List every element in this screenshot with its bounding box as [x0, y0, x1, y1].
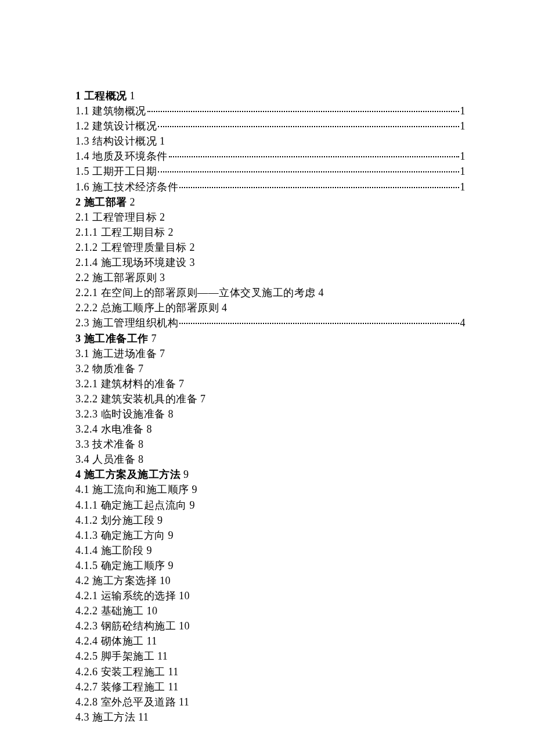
- toc-entry-page: 1: [460, 164, 466, 179]
- toc-entry-page: 10: [147, 605, 158, 617]
- toc-entry-left: 4.2.5 脚手架施工 11: [75, 649, 168, 664]
- toc-entry: 1.2 建筑设计概况1: [75, 118, 466, 134]
- toc-entry-title: 施工现场环境建设: [101, 257, 187, 268]
- toc-entry: 2.2.2 总施工顺序上的部署原则 4: [75, 300, 466, 315]
- toc-entry-page: 3: [160, 272, 165, 283]
- toc-entry-number: 2.1.1: [75, 226, 101, 238]
- toc-leader-dots: [147, 111, 459, 112]
- toc-entry-left: 4.1.1 确定施工起点流向 9: [75, 498, 195, 513]
- toc-entry: 4.2.6 安装工程施工 11: [75, 664, 466, 679]
- toc-entry-left: 3.3 技术准备 8: [75, 437, 144, 452]
- toc-entry-left: 2.1.2 工程管理质量目标 2: [75, 240, 195, 255]
- toc-entry-page: 2: [160, 211, 165, 223]
- toc-entry-number: 3.2.3: [75, 408, 101, 420]
- toc-entry-number: 4.2.5: [75, 650, 101, 662]
- toc-entry-left: 2.2 施工部署原则 3: [75, 270, 165, 285]
- toc-entry-page: 7: [200, 393, 206, 405]
- toc-entry-title: 确定施工方向: [101, 530, 165, 541]
- toc-entry-page: 4: [319, 287, 324, 298]
- toc-entry-title: 水电准备: [101, 423, 144, 435]
- toc-entry-left: 1.6 施工技术经济条件: [75, 179, 178, 195]
- toc-entry-page: 11: [168, 666, 179, 678]
- toc-leader-dots: [179, 187, 459, 188]
- toc-entry-number: 4.2.8: [75, 696, 101, 708]
- toc-entry-page: 7: [151, 333, 157, 344]
- toc-entry-number: 1.2: [75, 120, 92, 132]
- toc-entry: 1 工程概况 1: [75, 88, 466, 103]
- toc-entry-title: 钢筋砼结构施工: [101, 620, 176, 632]
- toc-entry-number: 3.2.2: [75, 393, 101, 405]
- toc-entry-title: 安装工程施工: [101, 666, 165, 678]
- toc-entry-left: 4.2.8 室外总平及道路 11: [75, 694, 189, 710]
- toc-entry-left: 1.2 建筑设计概况: [75, 118, 157, 134]
- toc-entry-left: 1.3 结构设计概况 1: [75, 134, 165, 149]
- toc-entry-number: 2.3: [75, 317, 92, 329]
- toc-entry-number: 4.2.1: [75, 590, 101, 602]
- toc-entry: 4.2.3 钢筋砼结构施工 10: [75, 618, 466, 633]
- toc-entry-title: 建筑设计概况: [92, 120, 157, 132]
- toc-entry-number: 4.1: [75, 484, 92, 495]
- toc-entry-left: 2.1 工程管理目标 2: [75, 210, 165, 225]
- toc-entry-page: 8: [147, 423, 153, 435]
- toc-leader-dots: [158, 126, 459, 127]
- toc-entry-number: 4.3: [75, 711, 92, 723]
- toc-entry-title: 划分施工段: [101, 514, 155, 526]
- toc-entry-page: 8: [138, 438, 144, 450]
- toc-entry: 3.2.1 建筑材料的准备 7: [75, 376, 466, 391]
- toc-entry-number: 2.2.2: [75, 302, 101, 314]
- toc-entry-page: 3: [190, 257, 196, 268]
- toc-entry-number: 2.2: [75, 272, 92, 283]
- toc-leader-dots: [169, 156, 459, 157]
- toc-entry: 3.2.3 临时设施准备 8: [75, 406, 466, 422]
- toc-entry-left: 3.2 物质准备 7: [75, 361, 144, 376]
- document-page: 1 工程概况 11.1 建筑物概况11.2 建筑设计概况11.3 结构设计概况 …: [0, 0, 534, 756]
- toc-entry-number: 4.2.3: [75, 620, 101, 632]
- toc-entry-number: 1.6: [75, 181, 92, 193]
- toc-entry: 4.2.1 运输系统的选择 10: [75, 588, 466, 603]
- toc-entry: 1.6 施工技术经济条件1: [75, 179, 466, 195]
- toc-entry: 2.1 工程管理目标 2: [75, 210, 466, 225]
- toc-entry-page: 1: [130, 90, 136, 102]
- toc-entry-left: 3 施工准备工作 7: [75, 331, 157, 346]
- toc-entry-number: 1.1: [75, 105, 92, 117]
- toc-entry-title: 施工准备工作: [84, 333, 149, 344]
- toc-entry-title: 确定施工起点流向: [101, 499, 187, 511]
- toc-entry-page: 9: [190, 499, 196, 511]
- toc-entry-number: 1.3: [75, 135, 92, 147]
- toc-entry: 1.4 地质及环境条件1: [75, 149, 466, 164]
- toc-entry-page: 2: [130, 196, 136, 208]
- toc-entry-page: 2: [190, 242, 196, 253]
- toc-entry-title: 脚手架施工: [101, 650, 155, 662]
- toc-entry-number: 2.1.2: [75, 242, 101, 253]
- toc-entry-left: 3.2.1 建筑材料的准备 7: [75, 376, 185, 391]
- toc-entry-left: 1.5 工期开工日期: [75, 164, 157, 179]
- toc-entry: 1.1 建筑物概况1: [75, 103, 466, 118]
- toc-entry-title: 在空间上的部署原则——立体交叉施工的考虑: [101, 287, 316, 298]
- toc-entry-title: 建筑材料的准备: [101, 378, 176, 390]
- toc-entry: 3.1 施工进场准备 7: [75, 346, 466, 361]
- toc-entry-page: 1: [460, 103, 466, 118]
- toc-entry-left: 4.1.3 确定施工方向 9: [75, 528, 174, 543]
- toc-entry-page: 11: [168, 681, 179, 693]
- toc-entry-title: 地质及环境条件: [92, 150, 168, 162]
- toc-entry: 2.2 施工部署原则 3: [75, 270, 466, 285]
- toc-entry: 2.1.2 工程管理质量目标 2: [75, 240, 466, 255]
- toc-entry-page: 10: [179, 620, 190, 632]
- toc-entry-number: 3.2: [75, 363, 92, 375]
- toc-entry-title: 室外总平及道路: [101, 696, 176, 708]
- toc-entry: 4.2.5 脚手架施工 11: [75, 649, 466, 664]
- toc-entry-number: 2.1.4: [75, 257, 101, 268]
- toc-entry: 4.2.7 装修工程施工 11: [75, 679, 466, 694]
- toc-entry-left: 4.1.2 划分施工段 9: [75, 513, 163, 528]
- toc-entry-title: 施工流向和施工顺序: [92, 484, 189, 495]
- toc-entry-page: 7: [179, 378, 185, 390]
- toc-entry: 4 施工方案及施工方法 9: [75, 467, 466, 482]
- toc-entry-number: 4.1.2: [75, 514, 101, 526]
- toc-entry-title: 工程管理目标: [92, 211, 157, 223]
- toc-entry-page: 11: [157, 650, 168, 662]
- toc-entry-left: 2.2.2 总施工顺序上的部署原则 4: [75, 300, 228, 315]
- toc-entry-page: 1: [460, 179, 466, 195]
- toc-entry: 4.2.4 砌体施工 11: [75, 633, 466, 649]
- toc-entry-left: 3.2.4 水电准备 8: [75, 422, 152, 437]
- toc-entry-page: 9: [168, 560, 174, 571]
